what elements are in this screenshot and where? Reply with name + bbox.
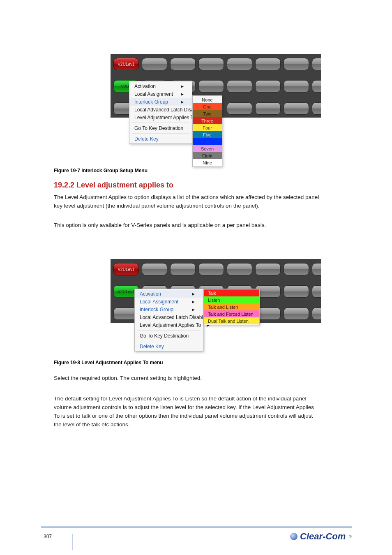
panel-key[interactable] bbox=[255, 102, 281, 115]
panel-key[interactable] bbox=[284, 263, 309, 275]
panel-key[interactable] bbox=[198, 58, 224, 70]
panel-key[interactable] bbox=[312, 263, 321, 275]
brand-logo: Clear-Com ® bbox=[290, 531, 352, 542]
menu-item-local-assignment[interactable]: Local Assignment ▶ bbox=[129, 90, 192, 98]
registered-mark: ® bbox=[349, 534, 352, 539]
menu-label: Level Adjustment Applies To bbox=[134, 115, 196, 120]
submenu-item-six[interactable]: Six bbox=[193, 138, 222, 145]
menu-item-local-assignment[interactable]: Local Assignment ▶ bbox=[135, 298, 203, 305]
panel-key[interactable] bbox=[255, 263, 281, 275]
submenu-item-three[interactable]: Three bbox=[193, 117, 222, 124]
menu-separator bbox=[132, 123, 189, 123]
key-row: V2ULev1 bbox=[111, 261, 321, 277]
panel-key-red[interactable]: V2ULev1 bbox=[113, 263, 139, 275]
menu-item-goto[interactable]: Go To Key Destination bbox=[135, 332, 203, 340]
page-number: 307 bbox=[44, 534, 52, 539]
menu-label: Go To Key Destination bbox=[140, 333, 189, 339]
menu-label: Activation bbox=[134, 83, 156, 89]
panel-key[interactable] bbox=[284, 58, 309, 70]
submenu-item-dual-talk-listen[interactable]: Dual Talk and Listen bbox=[204, 317, 259, 324]
menu-item-activation[interactable]: Activation ▶ bbox=[135, 290, 203, 298]
submenu-item-talk-forced-listen[interactable]: Talk and Forced Listen bbox=[204, 310, 259, 317]
panel-key[interactable] bbox=[312, 285, 321, 298]
panel-key[interactable] bbox=[284, 285, 309, 298]
submenu-item-four[interactable]: Four bbox=[193, 124, 222, 131]
submenu-arrow-icon: ▶ bbox=[181, 100, 184, 104]
menu-item-local-adv-latch[interactable]: Local Advanced Latch Disable ▶ bbox=[129, 106, 192, 113]
submenu-activation: Talk Listen Talk and Listen Talk and For… bbox=[203, 289, 260, 325]
submenu-arrow-icon: ▶ bbox=[192, 300, 195, 304]
menu-item-goto[interactable]: Go To Key Destination bbox=[129, 124, 192, 132]
panel-key[interactable] bbox=[227, 102, 252, 115]
menu-item-level-adj[interactable]: Level Adjustment Applies To ▶ bbox=[129, 113, 192, 121]
menu-label: Level Adjustment Applies To bbox=[140, 322, 201, 328]
menu-label: Interlock Group bbox=[140, 307, 173, 312]
panel-key[interactable] bbox=[227, 58, 252, 70]
panel-key[interactable] bbox=[312, 80, 321, 92]
submenu-item-listen[interactable]: Listen bbox=[204, 296, 259, 303]
menu-item-level-adj[interactable]: Level Adjustment Applies To ▶ bbox=[135, 321, 203, 329]
submenu-item-nine[interactable]: Nine bbox=[193, 159, 222, 166]
footer-rule bbox=[41, 526, 352, 528]
panel-key[interactable] bbox=[312, 58, 321, 70]
panel-key[interactable] bbox=[284, 308, 309, 320]
menu-item-local-adv-latch[interactable]: Local Advanced Latch Disable ▶ bbox=[135, 313, 203, 321]
section-heading: 19.2.2 Level adjustment applies to bbox=[54, 181, 173, 190]
menu-item-delete[interactable]: Delete Key bbox=[135, 342, 203, 350]
globe-icon bbox=[290, 533, 297, 540]
context-menu: Activation ▶ Local Assignment ▶ Interloc… bbox=[134, 289, 203, 352]
submenu-item-two[interactable]: Two bbox=[193, 110, 222, 117]
menu-label: Interlock Group bbox=[134, 99, 168, 105]
menu-label: Delete Key bbox=[134, 136, 159, 142]
body-text: Select the required option. The current … bbox=[54, 374, 321, 383]
panel-key[interactable] bbox=[312, 102, 321, 115]
panel-key[interactable] bbox=[198, 263, 224, 275]
panel-key[interactable] bbox=[198, 80, 224, 92]
menu-label: Delete Key bbox=[140, 344, 164, 349]
menu-item-interlock-group[interactable]: Interlock Group ▶ bbox=[135, 305, 203, 313]
menu-label: Local Advanced Latch Disable bbox=[134, 107, 201, 113]
submenu-item-talk-listen[interactable]: Talk and Listen bbox=[204, 303, 259, 310]
panel-key[interactable] bbox=[142, 58, 167, 70]
submenu-arrow-icon: ▶ bbox=[192, 292, 195, 296]
panel-key[interactable] bbox=[284, 102, 309, 115]
body-text: The Level Adjustment Applies to option d… bbox=[54, 193, 321, 210]
panel-key[interactable] bbox=[142, 263, 167, 275]
menu-item-delete[interactable]: Delete Key bbox=[129, 135, 192, 143]
panel-key[interactable] bbox=[255, 58, 281, 70]
submenu-interlock-group: None One Two Three Four Five Six Seven E… bbox=[192, 95, 222, 167]
submenu-item-five[interactable]: Five bbox=[193, 131, 222, 138]
submenu-item-one[interactable]: One bbox=[193, 103, 222, 110]
page-footer: 307 Clear-Com ® bbox=[0, 526, 392, 555]
panel-key[interactable] bbox=[312, 308, 321, 320]
menu-label: Activation bbox=[140, 291, 161, 297]
submenu-arrow-icon: ▶ bbox=[181, 84, 184, 88]
figure-caption: Figure 19-7 Interlock Group Setup Menu bbox=[54, 168, 148, 173]
panel-key[interactable] bbox=[255, 80, 281, 92]
menu-label: Go To Key Destination bbox=[134, 125, 183, 131]
submenu-item-none[interactable]: None bbox=[193, 96, 222, 103]
menu-label: Local Assignment bbox=[134, 91, 173, 97]
footer-stub bbox=[72, 534, 73, 550]
panel-key[interactable] bbox=[284, 80, 309, 92]
body-text: The default setting for Level Adjustment… bbox=[54, 395, 321, 429]
body-text: This option is only available for V-Seri… bbox=[54, 221, 321, 230]
context-menu: Activation ▶ Local Assignment ▶ Interloc… bbox=[129, 81, 192, 144]
submenu-arrow-icon: ▶ bbox=[192, 308, 195, 312]
menu-separator bbox=[132, 133, 189, 134]
menu-item-activation[interactable]: Activation ▶ bbox=[129, 82, 192, 90]
menu-item-interlock-group[interactable]: Interlock Group ▶ bbox=[129, 98, 192, 106]
panel-key[interactable] bbox=[227, 80, 252, 92]
panel-key[interactable] bbox=[227, 263, 252, 275]
panel-key-red[interactable]: V2ULev1 bbox=[113, 58, 139, 70]
panel-key[interactable] bbox=[170, 263, 196, 275]
submenu-item-seven[interactable]: Seven bbox=[193, 145, 222, 152]
menu-separator bbox=[137, 341, 201, 341]
menu-label: Local Advanced Latch Disable bbox=[140, 314, 206, 320]
figure-caption: Figure 19-8 Level Adjustment Applies To … bbox=[54, 360, 163, 365]
menu-separator bbox=[137, 330, 201, 331]
submenu-item-talk[interactable]: Talk bbox=[204, 289, 259, 296]
menu-label: Local Assignment bbox=[140, 299, 178, 305]
panel-key[interactable] bbox=[170, 58, 196, 70]
submenu-item-eight[interactable]: Eight bbox=[193, 152, 222, 159]
